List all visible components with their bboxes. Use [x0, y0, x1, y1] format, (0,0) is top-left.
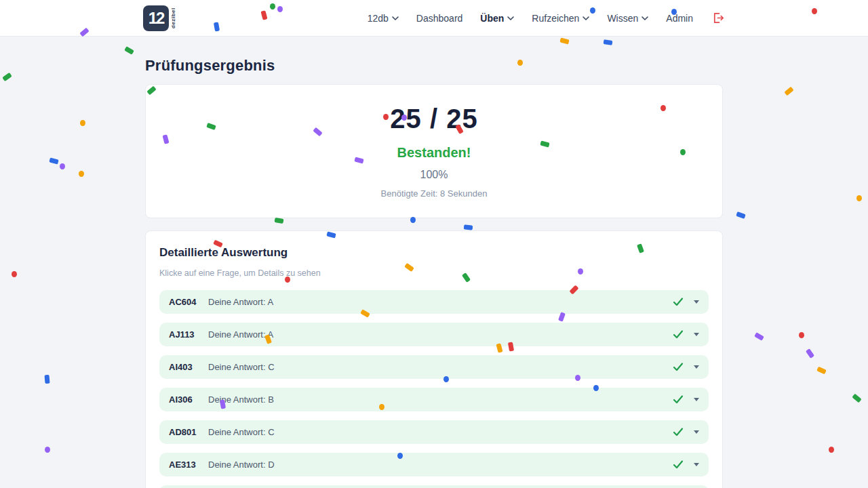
confetti-piece	[829, 447, 834, 453]
confetti-piece	[60, 163, 65, 169]
confetti-piece	[124, 46, 134, 55]
question-answer: Deine Antwort: A	[208, 297, 273, 307]
confetti-piece	[754, 332, 764, 341]
confetti-piece	[856, 195, 862, 201]
result-card: 25 / 25 Bestanden! 100% Benötigte Zeit: …	[145, 84, 723, 218]
chevron-down-icon	[583, 16, 589, 20]
nav-item-rufzeichen[interactable]: Rufzeichen	[532, 13, 589, 24]
logout-button[interactable]	[712, 12, 725, 24]
question-code: AD801	[169, 427, 199, 437]
chevron-down-icon	[507, 16, 514, 20]
confetti-piece	[816, 367, 827, 375]
confetti-piece	[45, 447, 50, 453]
confetti-piece	[799, 332, 804, 338]
check-icon	[673, 362, 684, 372]
confetti-piece	[559, 37, 569, 44]
caret-down-icon[interactable]	[694, 398, 699, 401]
logo-vertical-label: dezibel	[170, 5, 176, 31]
question-answer: Deine Antwort: A	[208, 329, 273, 340]
nav-item-label: Wissen	[607, 13, 638, 24]
caret-down-icon[interactable]	[694, 430, 699, 434]
confetti-piece	[604, 39, 613, 45]
time-needed: Benötigte Zeit: 8 Sekunden	[159, 188, 709, 199]
question-list: AC604Deine Antwort: AAJ113Deine Antwort:…	[159, 290, 709, 488]
logo-box: 12	[143, 5, 169, 31]
question-code: AC604	[169, 297, 199, 307]
logo-number: 12	[149, 9, 164, 28]
check-icon	[673, 460, 684, 470]
page: 12 dezibel 12dbDashboardÜbenRufzeichenWi…	[0, 0, 868, 488]
question-answer: Deine Antwort: B	[208, 394, 274, 405]
confetti-piece	[2, 73, 12, 81]
nav-item-dashboard[interactable]: Dashboard	[416, 13, 463, 24]
caret-down-icon[interactable]	[694, 333, 699, 336]
nav-item-ben[interactable]: Üben	[480, 13, 514, 24]
question-row[interactable]: AC604Deine Antwort: A	[159, 290, 709, 314]
score-value: 25 / 25	[159, 104, 709, 134]
confetti-piece	[806, 348, 814, 359]
logout-icon	[712, 12, 725, 24]
confetti-piece	[79, 171, 84, 177]
question-code: AI306	[169, 394, 199, 405]
chevron-down-icon	[642, 16, 648, 20]
nav-item-label: Admin	[666, 13, 693, 24]
nav-item-label: Rufzeichen	[532, 13, 579, 24]
nav-item-admin[interactable]: Admin	[666, 13, 693, 24]
nav-item-label: Dashboard	[416, 13, 463, 24]
details-subtitle: Klicke auf eine Frage, um Details zu seh…	[159, 268, 709, 278]
confetti-piece	[736, 211, 746, 219]
question-code: AJ113	[169, 329, 199, 340]
check-icon	[673, 427, 684, 437]
question-answer: Deine Antwort: D	[208, 460, 275, 470]
caret-down-icon[interactable]	[694, 300, 699, 304]
logo[interactable]: 12 dezibel	[143, 5, 176, 31]
nav-item-12db[interactable]: 12db	[368, 13, 399, 24]
confetti-piece	[49, 157, 58, 164]
question-row[interactable]	[159, 485, 709, 488]
nav-item-wissen[interactable]: Wissen	[607, 13, 648, 24]
main-content: Prüfungsergebnis 25 / 25 Bestanden! 100%…	[145, 57, 723, 488]
confetti-piece	[80, 120, 85, 126]
page-title: Prüfungsergebnis	[145, 57, 723, 75]
question-answer: Deine Antwort: C	[208, 427, 275, 437]
question-code: AE313	[169, 460, 199, 470]
question-row[interactable]: AI306Deine Antwort: B	[159, 388, 709, 411]
caret-down-icon[interactable]	[694, 463, 699, 466]
nav-item-label: 12db	[368, 13, 389, 24]
chevron-down-icon	[392, 16, 399, 20]
question-row[interactable]: AE313Deine Antwort: D	[159, 453, 709, 476]
question-answer: Deine Antwort: C	[208, 362, 275, 372]
pass-status: Bestanden!	[159, 145, 709, 161]
question-row[interactable]: AD801Deine Antwort: C	[159, 420, 709, 444]
question-code: AI403	[169, 362, 199, 372]
nav-menu: 12dbDashboardÜbenRufzeichenWissenAdmin	[368, 12, 725, 24]
check-icon	[673, 329, 684, 340]
score-percentage: 100%	[159, 169, 709, 181]
question-row[interactable]: AJ113Deine Antwort: A	[159, 323, 709, 346]
nav-item-label: Üben	[480, 13, 504, 24]
confetti-piece	[784, 87, 793, 96]
confetti-piece	[44, 375, 50, 384]
navbar: 12 dezibel 12dbDashboardÜbenRufzeichenWi…	[0, 0, 868, 37]
check-icon	[673, 394, 684, 405]
check-icon	[673, 297, 684, 307]
caret-down-icon[interactable]	[694, 365, 699, 369]
confetti-piece	[852, 394, 861, 403]
details-title: Detaillierte Auswertung	[159, 246, 709, 260]
details-card: Detaillierte Auswertung Klicke auf eine …	[145, 230, 723, 488]
confetti-piece	[12, 271, 17, 277]
question-row[interactable]: AI403Deine Antwort: C	[159, 355, 709, 379]
